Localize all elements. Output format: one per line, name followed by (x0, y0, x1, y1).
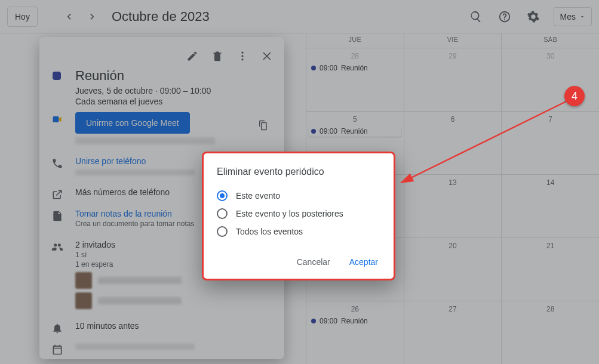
radio-label: Todos los eventos (236, 227, 303, 236)
radio-icon (217, 208, 228, 219)
radio-label: Este evento (236, 191, 280, 200)
ok-button[interactable]: Aceptar (347, 254, 380, 270)
radio-all-events[interactable]: Todos los eventos (217, 223, 380, 240)
dialog-title: Eliminar evento periódico (217, 166, 380, 177)
radio-this-event[interactable]: Este evento (217, 187, 380, 205)
annotation-badge: 4 (564, 86, 585, 106)
radio-this-and-following[interactable]: Este evento y los posteriores (217, 205, 380, 223)
radio-icon (217, 226, 228, 237)
cancel-button[interactable]: Cancelar (294, 254, 333, 270)
radio-label: Este evento y los posteriores (236, 209, 343, 218)
delete-recurring-dialog: Eliminar evento periódico Este evento Es… (202, 152, 395, 280)
radio-icon (217, 190, 228, 201)
